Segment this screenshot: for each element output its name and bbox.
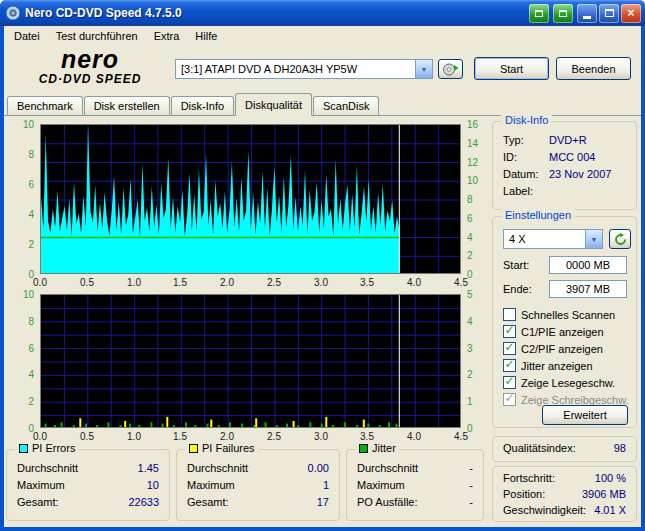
checkbox-schnelles-scannen[interactable]: Schnelles Scannen [503, 307, 630, 322]
pi-failures-swatch-icon [189, 444, 198, 453]
quit-button-label: Beenden [571, 63, 615, 75]
drive-select-value: [3:1] ATAPI DVD A DH20A3H YP5W [181, 63, 415, 75]
checkbox-label: Zeige Lesegeschw. [521, 377, 615, 389]
window-controls: × [529, 4, 641, 23]
nero-logo: nero CD·DVD SPEED [10, 47, 170, 85]
menu-hilfe[interactable]: Hilfe [187, 28, 225, 44]
start-button-label: Start [500, 63, 523, 75]
pi-errors-stats-group: PI Errors Durchschnitt1.45 Maximum10 Ges… [6, 449, 170, 521]
window-title: Nero CD-DVD Speed 4.7.5.0 [25, 6, 529, 20]
quality-index-group: Qualitätsindex: 98 [492, 436, 637, 462]
close-button[interactable]: × [621, 4, 641, 23]
tab-scandisk[interactable]: ScanDisk [313, 96, 379, 115]
titlebar[interactable]: Nero CD-DVD Speed 4.7.5.0 × [0, 0, 645, 26]
tab-disk-erstellen[interactable]: Disk erstellen [84, 96, 170, 115]
window-glyph-icon [559, 10, 567, 17]
disk-info-value: 23 Nov 2007 [549, 168, 611, 180]
checkbox-zeige-lesegeschw[interactable]: ✓ Zeige Lesegeschw. [503, 375, 630, 390]
start-field[interactable]: 0000 MB [549, 256, 627, 274]
check-icon: ✓ [504, 359, 514, 370]
minimize-button[interactable] [577, 4, 597, 23]
pi-errors-swatch-icon [19, 444, 28, 453]
checkbox-box: ✓ [503, 359, 516, 372]
position-value: 3906 MB [582, 488, 626, 500]
position-label: Position: [503, 488, 545, 500]
disk-info-title: Disk-Info [501, 114, 552, 126]
titlebar-extra-button-2[interactable] [553, 4, 573, 23]
advanced-button[interactable]: Erweitert [542, 405, 628, 425]
cddvd-speed-logo-text: CD·DVD SPEED [10, 73, 170, 85]
checkbox-label: Zeige Schreibgeschw. [521, 394, 629, 406]
checkbox-c2-pif-anzeigen[interactable]: ✓ C2/PIF anzeigen [503, 341, 630, 356]
menu-datei[interactable]: Datei [6, 28, 48, 44]
end-field-label: Ende: [503, 283, 532, 295]
progress-label: Fortschritt: [503, 472, 555, 484]
pi-errors-chart [40, 124, 461, 274]
pi-failures-legend-label: PI Failures [202, 442, 255, 454]
check-icon: ✓ [504, 325, 514, 336]
stat-value: - [469, 479, 473, 491]
nero-logo-text: nero [10, 47, 170, 72]
speed-select[interactable]: 4 X ▼ [503, 229, 603, 249]
toolbar: nero CD·DVD SPEED [3:1] ATAPI DVD A DH20… [4, 46, 641, 92]
disk-info-value: MCC 004 [549, 151, 595, 163]
jitter-swatch-icon [359, 444, 368, 453]
disc-refresh-icon [442, 62, 459, 77]
pi-errors-legend-label: PI Errors [32, 442, 75, 454]
stat-label: Maximum [187, 479, 235, 491]
refresh-speed-button[interactable] [609, 229, 631, 249]
client-area: Datei Test durchführen Extra Hilfe nero … [4, 26, 641, 527]
pi-errors-chart-left-axis: 1086420 [4, 124, 36, 274]
app-icon [5, 5, 21, 21]
start-button[interactable]: Start [474, 57, 549, 80]
stat-label: Maximum [357, 479, 405, 491]
titlebar-extra-button-1[interactable] [529, 4, 549, 23]
quality-index-label: Qualitätsindex: [503, 442, 576, 454]
quality-tab-page: 1086420 1614121086420 0.00.51.01.52.02.5… [4, 116, 641, 527]
quality-index-value: 98 [614, 442, 626, 454]
menu-extra[interactable]: Extra [146, 28, 188, 44]
speed-value: 4.01 X [594, 504, 626, 516]
tab-diskqualitaet[interactable]: Diskqualität [235, 93, 312, 116]
check-icon: ✓ [504, 393, 514, 404]
tab-benchmark[interactable]: Benchmark [7, 96, 83, 115]
pi-errors-chart-right-axis: 1614121086420 [465, 124, 491, 274]
stat-value: 0.00 [308, 462, 329, 474]
close-icon: × [627, 7, 634, 19]
quit-button[interactable]: Beenden [556, 57, 631, 80]
eject-disc-button[interactable] [438, 59, 463, 79]
maximize-button[interactable] [599, 4, 619, 23]
speed-label: Geschwindigkeit: [503, 504, 586, 516]
maximize-icon [605, 9, 614, 17]
jitter-legend-label: Jitter [372, 442, 396, 454]
jitter-legend: Jitter [355, 442, 400, 454]
stat-value: - [469, 496, 473, 508]
checkbox-box: ✓ [503, 342, 516, 355]
stat-label: Gesamt: [187, 496, 229, 508]
stat-value: 22633 [128, 496, 159, 508]
checkbox-label: C1/PIE anzeigen [521, 326, 604, 338]
stat-value: - [469, 462, 473, 474]
chevron-down-icon[interactable]: ▼ [585, 230, 602, 248]
checkbox-box [503, 308, 516, 321]
disk-info-value: DVD+R [549, 134, 587, 146]
stat-value: 1.45 [138, 462, 159, 474]
pi-errors-chart-x-axis: 0.00.51.01.52.02.53.03.54.04.5 [40, 277, 461, 289]
stat-value: 10 [147, 479, 159, 491]
chevron-down-icon[interactable]: ▼ [415, 60, 432, 78]
checkbox-c1-pie-anzeigen[interactable]: ✓ C1/PIE anzeigen [503, 324, 630, 339]
end-field[interactable]: 3907 MB [549, 280, 627, 298]
progress-group: Fortschritt:100 % Position:3906 MB Gesch… [492, 466, 637, 522]
settings-title: Einstellungen [501, 209, 575, 221]
pi-failures-chart-left-axis: 1086420 [4, 294, 36, 428]
tab-disk-info[interactable]: Disk-Info [171, 96, 234, 115]
drive-select[interactable]: [3:1] ATAPI DVD A DH20A3H YP5W ▼ [175, 59, 433, 79]
checkbox-jitter-anzeigen[interactable]: ✓ Jitter anzeigen [503, 358, 630, 373]
window-glyph-icon [535, 10, 543, 17]
checkbox-label: C2/PIF anzeigen [521, 343, 603, 355]
stat-label: PO Ausfälle: [357, 496, 418, 508]
menu-test-durchfuehren[interactable]: Test durchführen [48, 28, 146, 44]
jitter-stats-group: Jitter Durchschnitt- Maximum- PO Ausfäll… [346, 449, 484, 521]
disk-info-label: Datum: [503, 168, 549, 180]
checkbox-label: Schnelles Scannen [521, 309, 615, 321]
